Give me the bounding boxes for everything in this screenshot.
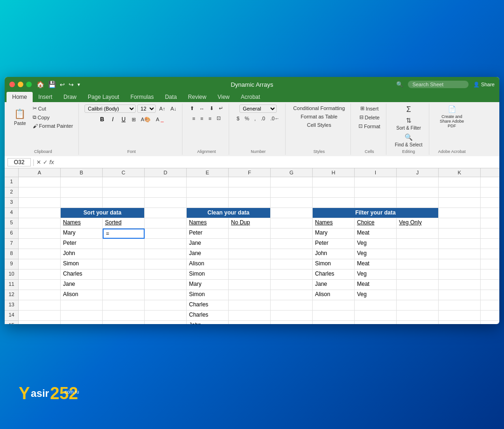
save-icon[interactable]: 💾 [48,81,56,88]
bold-button[interactable]: B [98,115,107,124]
cell-j10[interactable] [397,270,439,280]
cell-b9[interactable]: Simon [61,259,103,270]
col-header-k[interactable]: K [439,168,481,177]
increase-decimal-button[interactable]: .0 [259,115,267,122]
increase-font-button[interactable]: A↑ [157,105,167,112]
cell-g2[interactable] [271,187,313,198]
cell-g10[interactable] [271,270,313,280]
cell-k6[interactable] [439,228,481,239]
insert-button[interactable]: ⊞ Insert [358,104,381,112]
cell-d15[interactable] [145,321,187,324]
align-right-button[interactable]: ≡ [207,115,213,122]
cell-j11[interactable] [397,280,439,290]
align-bottom-button[interactable]: ⬇ [208,104,216,112]
tab-view[interactable]: View [212,92,235,102]
cell-h13[interactable] [313,300,355,311]
cell-g4[interactable] [271,208,313,218]
cell-d13[interactable] [145,300,187,311]
cell-h8[interactable]: John [313,249,355,259]
cell-b12[interactable]: Alison [61,290,103,300]
row-header-12[interactable]: 12 [5,290,19,300]
cell-g1[interactable] [271,177,313,187]
spreadsheet[interactable]: A B C D E F G H I J K L M 1 2 3 4 Sort [5,168,499,324]
tab-page-layout[interactable]: Page Layout [82,92,125,102]
cell-d9[interactable] [145,259,187,270]
cell-d10[interactable] [145,270,187,280]
col-header-l[interactable]: L [481,168,499,177]
cell-h7[interactable]: Peter [313,239,355,249]
cell-g14[interactable] [271,311,313,321]
cell-g9[interactable] [271,259,313,270]
cell-e11[interactable]: Mary [187,280,229,290]
cell-d5[interactable] [145,218,187,228]
cell-l11[interactable] [481,280,499,290]
cell-j1[interactable] [397,177,439,187]
decrease-decimal-button[interactable]: .0← [268,115,281,122]
cell-f15[interactable] [229,321,271,324]
find-select-button[interactable]: 🔍 Find & Select [392,132,425,148]
cell-b7[interactable]: Peter [61,239,103,249]
cell-j14[interactable] [397,311,439,321]
cell-k10[interactable] [439,270,481,280]
cell-f3[interactable] [229,198,271,208]
cell-d4[interactable] [145,208,187,218]
cell-i6[interactable]: Meat [355,228,397,239]
cell-g6[interactable] [271,228,313,239]
col-header-f[interactable]: F [229,168,271,177]
confirm-icon[interactable]: ✓ [43,159,48,166]
row-header-15[interactable]: 15 [5,321,19,324]
cell-i11[interactable]: Meat [355,280,397,290]
cell-f7[interactable] [229,239,271,249]
cell-e3[interactable] [187,198,229,208]
autosum-button[interactable]: Σ [400,104,417,115]
sort-filter-button[interactable]: ⇅ Sort & Filter [393,116,424,131]
delete-button[interactable]: ⊟ Delete [357,113,382,121]
cell-a4[interactable] [19,208,61,218]
comma-button[interactable]: , [252,115,258,122]
cell-e7[interactable]: Jane [187,239,229,249]
cell-i3[interactable] [355,198,397,208]
cell-a1[interactable] [19,177,61,187]
cell-c7[interactable] [103,239,145,249]
cell-g11[interactable] [271,280,313,290]
cell-a5[interactable] [19,218,61,228]
cell-i9[interactable]: Meat [355,259,397,270]
cell-e2[interactable] [187,187,229,198]
cell-k1[interactable] [439,177,481,187]
cell-g5[interactable] [271,218,313,228]
cell-l1[interactable] [481,177,499,187]
row-header-7[interactable]: 7 [5,239,19,249]
cell-c15[interactable] [103,321,145,324]
align-left-button[interactable]: ≡ [190,115,197,122]
row-header-9[interactable]: 9 [5,259,19,270]
cell-c11[interactable] [103,280,145,290]
cell-l13[interactable] [481,300,499,311]
cell-j3[interactable] [397,198,439,208]
cell-g7[interactable] [271,239,313,249]
align-middle-button[interactable]: ↔ [197,105,206,112]
cell-c9[interactable] [103,259,145,270]
cell-l3[interactable] [481,198,499,208]
cell-l10[interactable] [481,270,499,280]
cell-k13[interactable] [439,300,481,311]
border-button[interactable]: ⊞ [130,116,138,124]
cell-d14[interactable] [145,311,187,321]
row-header-3[interactable]: 3 [5,198,19,208]
cell-i13[interactable] [355,300,397,311]
cell-f12[interactable] [229,290,271,300]
cell-k7[interactable] [439,239,481,249]
cell-f6[interactable] [229,228,271,239]
cell-d2[interactable] [145,187,187,198]
cell-b5[interactable]: Names [61,218,103,228]
cell-e6[interactable]: Peter [187,228,229,239]
undo-icon[interactable]: ↩ [60,81,65,88]
cell-h4[interactable]: Filter your data [313,208,439,218]
cell-a7[interactable] [19,239,61,249]
decrease-font-button[interactable]: A↓ [168,105,178,112]
cancel-icon[interactable]: ✕ [36,159,41,166]
cell-a3[interactable] [19,198,61,208]
tab-home[interactable]: Home [7,92,33,102]
cell-i7[interactable]: Veg [355,239,397,249]
cell-l7[interactable] [481,239,499,249]
format-as-table-button[interactable]: Format as Table [299,113,339,120]
